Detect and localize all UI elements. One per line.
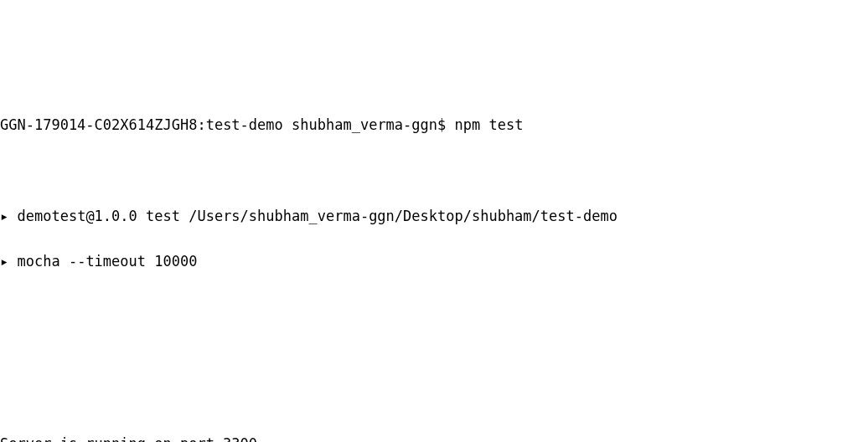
terminal-output: GGN-179014-C02X614ZJGH8:test-demo shubha… (0, 91, 868, 442)
host: GGN-179014-C02X614ZJGH8 (0, 116, 197, 133)
blank-line (0, 387, 868, 409)
npm-script-line: ▸ demotest@1.0.0 test /Users/shubham_ver… (0, 205, 868, 228)
blank-line (0, 342, 868, 364)
command: npm test (455, 116, 524, 133)
server-line: Server is running on port 3300 (0, 433, 868, 442)
user: shubham_verma-ggn (292, 116, 437, 133)
prompt-line[interactable]: GGN-179014-C02X614ZJGH8:test-demo shubha… (0, 114, 868, 136)
bullet-icon: ▸ (0, 208, 8, 224)
npm-runner-text: mocha --timeout 10000 (18, 253, 198, 270)
bullet-icon: ▸ (0, 253, 8, 270)
npm-script-text: demotest@1.0.0 test /Users/shubham_verma… (18, 208, 617, 224)
cwd: test-demo (206, 116, 283, 133)
server-message: Server is running on port 3300 (0, 435, 257, 442)
blank-line (0, 159, 868, 182)
blank-line (0, 296, 868, 318)
npm-runner-line: ▸ mocha --timeout 10000 (0, 250, 868, 273)
prompt-symbol: $ (437, 116, 446, 133)
